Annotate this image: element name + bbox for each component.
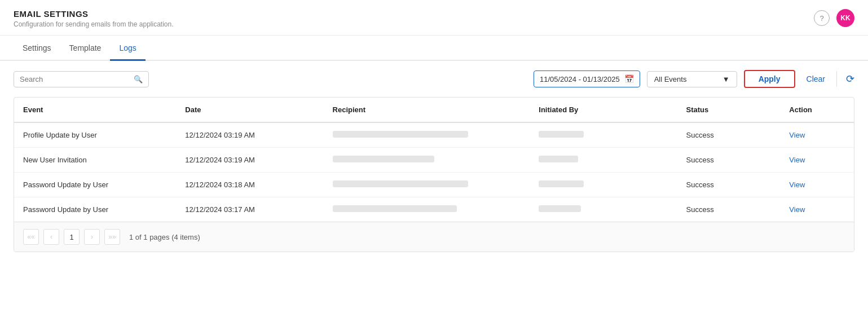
cell-initiated-1 <box>530 148 677 173</box>
cell-event-2: Password Update by User <box>14 173 176 197</box>
cell-event-1: New User Invitation <box>14 148 176 173</box>
header-right: ? KK <box>814 9 854 27</box>
clear-button[interactable]: Clear <box>802 71 830 87</box>
cell-recipient-1 <box>324 148 530 173</box>
table-row: Profile Update by User 12/12/2024 03:19 … <box>14 122 854 148</box>
tab-logs[interactable]: Logs <box>110 36 145 61</box>
logs-table: Event Date Recipient Initiated By Status… <box>14 98 854 222</box>
view-link-2[interactable]: View <box>789 180 805 189</box>
cell-recipient-3 <box>324 197 530 222</box>
recipient-blurred-2 <box>333 180 468 187</box>
cell-date-0: 12/12/2024 03:19 AM <box>176 122 323 148</box>
col-header-event: Event <box>14 98 176 122</box>
current-page: 1 <box>64 229 80 245</box>
last-page-button[interactable]: »» <box>104 229 120 245</box>
page-container: EMAIL SETTINGS Configuration for sending… <box>0 0 868 335</box>
refresh-icon[interactable]: ⟳ <box>846 73 854 85</box>
col-header-recipient: Recipient <box>324 98 530 122</box>
initiated-blurred-0 <box>539 131 584 138</box>
initiated-blurred-3 <box>539 205 581 212</box>
table-header: Event Date Recipient Initiated By Status… <box>14 98 854 122</box>
page-subtitle: Configuration for sending emails from th… <box>14 20 174 28</box>
cell-initiated-3 <box>530 197 677 222</box>
avatar[interactable]: KK <box>836 9 854 27</box>
table-container: Event Date Recipient Initiated By Status… <box>14 97 854 252</box>
cell-event-3: Password Update by User <box>14 197 176 222</box>
cell-initiated-2 <box>530 173 677 197</box>
cell-recipient-2 <box>324 173 530 197</box>
tab-template[interactable]: Template <box>60 36 111 61</box>
calendar-icon: 📅 <box>624 74 634 83</box>
tabs-bar: Settings Template Logs <box>0 36 868 61</box>
help-icon[interactable]: ? <box>814 10 830 26</box>
initiated-blurred-2 <box>539 180 584 187</box>
cell-status-2: Success <box>677 173 781 197</box>
prev-page-button[interactable]: ‹ <box>43 229 59 245</box>
col-header-action: Action <box>780 98 854 122</box>
header-left: EMAIL SETTINGS Configuration for sending… <box>14 9 174 28</box>
cell-action-1: View <box>780 148 854 173</box>
view-link-1[interactable]: View <box>789 156 805 164</box>
cell-event-0: Profile Update by User <box>14 122 176 148</box>
search-input[interactable] <box>20 75 129 83</box>
col-header-status: Status <box>677 98 781 122</box>
search-icon: 🔍 <box>134 75 143 83</box>
tab-settings[interactable]: Settings <box>14 36 60 61</box>
table-row: Password Update by User 12/12/2024 03:18… <box>14 173 854 197</box>
event-filter-select[interactable]: All Events ▼ <box>647 71 737 87</box>
table-row: Password Update by User 12/12/2024 03:17… <box>14 197 854 222</box>
apply-button[interactable]: Apply <box>744 70 795 88</box>
cell-date-2: 12/12/2024 03:18 AM <box>176 173 323 197</box>
view-link-0[interactable]: View <box>789 131 805 139</box>
pagination-bar: «« ‹ 1 › »» 1 of 1 pages (4 items) <box>14 222 854 252</box>
cell-recipient-0 <box>324 122 530 148</box>
cell-initiated-0 <box>530 122 677 148</box>
cell-status-3: Success <box>677 197 781 222</box>
table-body: Profile Update by User 12/12/2024 03:19 … <box>14 122 854 222</box>
chevron-down-icon: ▼ <box>722 75 730 83</box>
cell-date-3: 12/12/2024 03:17 AM <box>176 197 323 222</box>
date-range-input[interactable]: 11/05/2024 - 01/13/2025 📅 <box>534 70 640 87</box>
next-page-button[interactable]: › <box>84 229 100 245</box>
first-page-button[interactable]: «« <box>23 229 39 245</box>
cell-status-0: Success <box>677 122 781 148</box>
cell-action-3: View <box>780 197 854 222</box>
col-header-date: Date <box>176 98 323 122</box>
search-box[interactable]: 🔍 <box>14 71 149 87</box>
initiated-blurred-1 <box>539 156 578 162</box>
header: EMAIL SETTINGS Configuration for sending… <box>0 0 868 36</box>
recipient-blurred-1 <box>333 156 434 162</box>
cell-action-2: View <box>780 173 854 197</box>
cell-date-1: 12/12/2024 03:19 AM <box>176 148 323 173</box>
divider <box>836 71 837 87</box>
pagination-info: 1 of 1 pages (4 items) <box>129 233 200 241</box>
col-header-initiated-by: Initiated By <box>530 98 677 122</box>
page-title: EMAIL SETTINGS <box>14 9 174 19</box>
cell-status-1: Success <box>677 148 781 173</box>
table-row: New User Invitation 12/12/2024 03:19 AM … <box>14 148 854 173</box>
view-link-3[interactable]: View <box>789 205 805 214</box>
date-range-value: 11/05/2024 - 01/13/2025 <box>540 75 620 83</box>
event-filter-value: All Events <box>654 75 687 83</box>
recipient-blurred-3 <box>333 205 457 212</box>
recipient-blurred-0 <box>333 131 468 138</box>
toolbar: 🔍 11/05/2024 - 01/13/2025 📅 All Events ▼… <box>0 61 868 97</box>
cell-action-0: View <box>780 122 854 148</box>
